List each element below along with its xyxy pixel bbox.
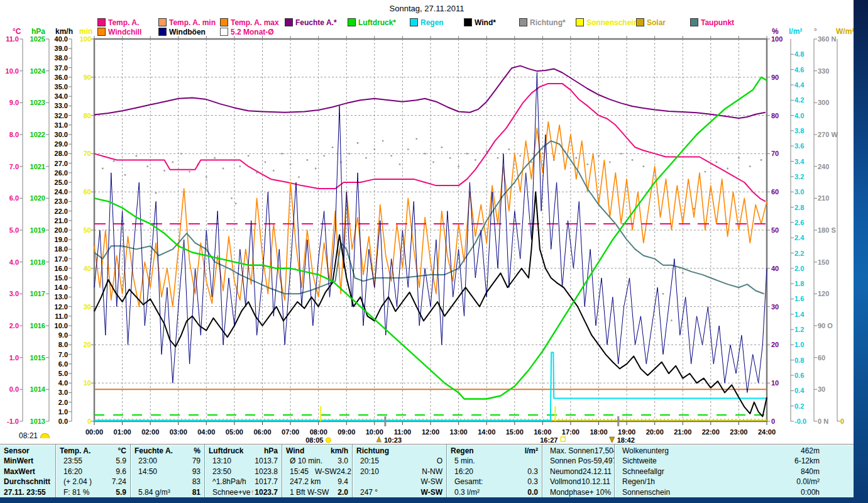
svg-text:4.2: 4.2	[794, 96, 804, 104]
svg-text:31.0: 31.0	[55, 121, 68, 129]
table-cell: 247.2 km	[282, 477, 338, 487]
svg-text:0.6: 0.6	[794, 372, 804, 379]
table-cell: °C	[118, 446, 130, 456]
table-cell: 14:50	[131, 467, 192, 477]
svg-text:0: 0	[840, 417, 844, 425]
svg-text:14:00: 14:00	[478, 428, 495, 436]
table-row: 5.84 g/m³81	[131, 487, 204, 497]
table-col-richtung: Richtung20:15O20:10N-NWW-SW247 °W-SW	[352, 445, 446, 497]
table-cell: 24.2	[336, 467, 352, 477]
svg-text:1013: 1013	[30, 417, 45, 425]
table-cell: W-SW	[421, 487, 446, 497]
svg-text:24.0: 24.0	[55, 188, 68, 196]
table-cell: (+ 2.04 )	[56, 477, 112, 487]
svg-text:5.0: 5.0	[9, 226, 19, 234]
table-cell: 10.12.11	[581, 477, 614, 487]
table-cell: 16:20	[56, 467, 116, 477]
table-cell: Sonnenschein	[615, 487, 801, 497]
svg-text:8.0: 8.0	[9, 131, 19, 138]
table-row: F: 81 %5.9	[56, 487, 130, 497]
svg-text:3.0: 3.0	[9, 290, 19, 297]
table-row: Windkm/h	[282, 446, 352, 456]
svg-text:1.8: 1.8	[794, 280, 804, 287]
svg-text:8.0: 8.0	[58, 341, 68, 348]
svg-text:180 S: 180 S	[818, 226, 836, 234]
svg-text:0.4: 0.4	[794, 387, 805, 394]
svg-text:13.0: 13.0	[55, 293, 68, 301]
svg-text:30: 30	[818, 385, 825, 393]
svg-text:20:00: 20:00	[646, 428, 664, 436]
svg-text:16:00: 16:00	[534, 428, 551, 436]
svg-text:21.0: 21.0	[55, 217, 68, 224]
table-row: Temp. A.°C	[56, 446, 130, 456]
svg-text:23:00: 23:00	[730, 428, 747, 436]
table-row: Schnee+ve↑1023.7	[205, 487, 282, 497]
svg-text:35.0: 35.0	[55, 83, 68, 91]
table-cell: 0.0	[527, 487, 542, 497]
svg-text:16:27: 16:27	[540, 436, 558, 444]
svg-text:20: 20	[771, 341, 779, 348]
table-cell: O	[437, 456, 446, 466]
svg-text:12.0: 12.0	[55, 303, 68, 311]
svg-text:34.0: 34.0	[55, 92, 68, 100]
table-row: Sonnenschein0:00h	[615, 487, 823, 497]
svg-text:30.0: 30.0	[55, 131, 68, 138]
table-row: 16:200.3	[447, 467, 542, 477]
svg-text:4.4: 4.4	[794, 81, 805, 89]
table-cell: Ø 10 min.	[282, 456, 338, 466]
svg-text:1022: 1022	[30, 131, 45, 138]
svg-text:9.0: 9.0	[58, 331, 68, 339]
svg-text:3.0: 3.0	[58, 389, 68, 396]
table-cell: Temp. A.	[56, 446, 118, 456]
svg-text:-0.0: -0.0	[794, 417, 806, 425]
svg-text:150: 150	[818, 258, 829, 266]
table-col-feuchte-a-: Feuchte A.%23:007914:5093835.84 g/m³81	[130, 445, 204, 497]
axis-unit-hpa: hPa	[31, 27, 45, 36]
svg-text:0.8: 0.8	[794, 357, 804, 364]
table-cell: + 10%	[590, 487, 614, 497]
svg-text:11:00: 11:00	[394, 428, 412, 436]
table-cell: 5 min.	[447, 456, 538, 466]
svg-text:09:00: 09:00	[338, 428, 355, 436]
svg-text:40: 40	[771, 265, 779, 272]
table-row: MaxWert	[0, 467, 55, 477]
svg-text:1018: 1018	[30, 258, 45, 266]
table-cell: 5.9	[116, 487, 130, 497]
table-row: Sensor	[0, 446, 55, 456]
svg-text:1016: 1016	[30, 322, 45, 329]
svg-text:240: 240	[818, 163, 829, 170]
table-row: Gesamt:0.3	[447, 477, 542, 487]
table-row: 23:501023.8	[205, 467, 282, 477]
weather-chart: 11.010.09.08.07.06.05.04.03.02.01.00.0-1…	[0, 0, 854, 497]
axis-unit-pct: %	[772, 27, 779, 36]
svg-text:0: 0	[87, 417, 91, 425]
table-row: Max. Sonnen17,504°	[542, 446, 614, 456]
svg-text:1023: 1023	[30, 99, 45, 106]
svg-text:2.6: 2.6	[794, 219, 804, 226]
table-row: 1 Bft W-SW2.0	[282, 487, 352, 497]
table-cell: W-SW	[421, 477, 446, 487]
table-cell: Wind	[282, 446, 331, 456]
svg-text:70: 70	[84, 150, 91, 157]
table-cell: 0.0l/m²	[796, 477, 823, 487]
table-row: Vollmond10.12.11	[542, 477, 614, 487]
svg-text:1015: 1015	[30, 354, 45, 362]
svg-text:-1.0: -1.0	[7, 417, 19, 425]
table-cell: 462m	[801, 446, 823, 456]
svg-text:25.0: 25.0	[55, 179, 68, 186]
table-row: (+ 2.04 )7.24	[56, 477, 130, 487]
svg-text:3.4: 3.4	[794, 158, 805, 165]
svg-text:300: 300	[818, 99, 829, 106]
svg-text:38.0: 38.0	[55, 54, 68, 62]
svg-text:90 O: 90 O	[818, 322, 833, 329]
table-row: Schneefallgr840m	[615, 467, 823, 477]
svg-text:12:00: 12:00	[422, 428, 439, 436]
up-arrow-icon: ↑	[250, 488, 254, 497]
svg-text:05:00: 05:00	[226, 428, 243, 436]
svg-text:04:00: 04:00	[197, 428, 215, 436]
svg-text:18:42: 18:42	[617, 436, 635, 444]
svg-text:11.0: 11.0	[55, 312, 68, 320]
table-col-info-1: Max. Sonnen17,504°Sonnen Pos-59,497°Neum…	[542, 445, 614, 497]
table-cell: MaxWert	[0, 467, 35, 477]
svg-text:19:00: 19:00	[618, 428, 635, 436]
